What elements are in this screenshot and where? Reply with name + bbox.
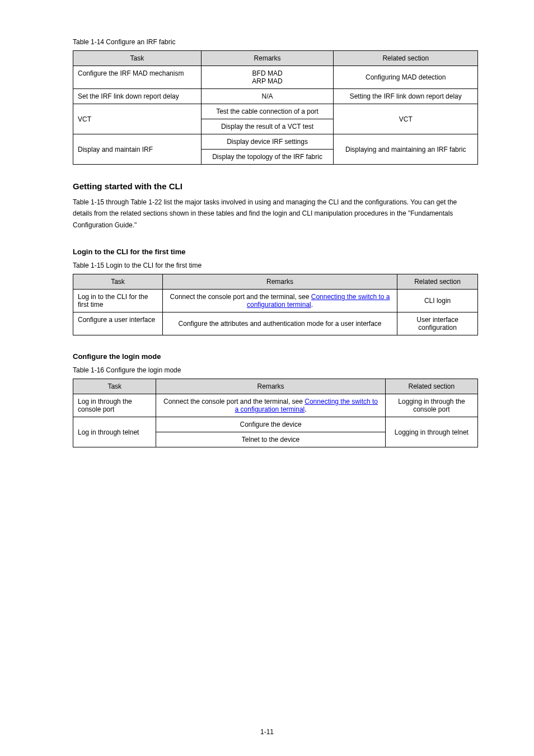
cell-task: Display and maintain IRF bbox=[73, 134, 202, 165]
table-header-row: Task Remarks Related section bbox=[73, 274, 478, 290]
table-title-c: Table 1-16 Configure the login mode bbox=[73, 366, 478, 374]
cell-task: VCT bbox=[73, 104, 202, 134]
section-heading-login-first: Login to the CLI for the first time bbox=[73, 248, 478, 256]
col-task: Task bbox=[73, 274, 163, 290]
col-task: Task bbox=[73, 51, 202, 66]
remark-pre: Connect the console port and the termina… bbox=[163, 398, 305, 405]
cell-section: Logging in through the console port bbox=[385, 394, 477, 417]
table-title-b: Table 1-15 Login to the CLI for the firs… bbox=[73, 262, 478, 269]
table-row: Log in to the CLI for the first time Con… bbox=[73, 290, 478, 312]
table-row: Log in through the console port Connect … bbox=[73, 394, 478, 417]
cell-task: Configure a user interface bbox=[73, 312, 163, 335]
col-task: Task bbox=[73, 379, 156, 394]
cell-section: CLI login bbox=[397, 290, 478, 312]
cell-remarks: Display device IRF settings bbox=[201, 134, 334, 150]
table-row: Configure the IRF MAD mechanism BFD MAD … bbox=[73, 66, 478, 89]
table-header-row: Task Remarks Related section bbox=[73, 379, 478, 394]
cell-remarks: Configure the attributes and authenticat… bbox=[162, 312, 397, 335]
section-heading-login-mode: Configure the login mode bbox=[73, 352, 478, 361]
cell-section: User interface configuration bbox=[397, 312, 478, 335]
cell-section: VCT bbox=[334, 104, 478, 134]
section-heading-cli: Getting started with the CLI bbox=[73, 181, 478, 191]
table-row: Set the IRF link down report delay N/A S… bbox=[73, 89, 478, 104]
table-login-mode: Task Remarks Related section Log in thro… bbox=[73, 379, 478, 447]
cell-remarks: Telnet to the device bbox=[156, 432, 385, 447]
cell-remarks: Display the topology of the IRF fabric bbox=[201, 150, 334, 165]
table-row: Display and maintain IRF Display device … bbox=[73, 134, 478, 150]
cell-section: Displaying and maintaining an IRF fabric bbox=[334, 134, 478, 165]
cell-section: Setting the IRF link down report delay bbox=[334, 89, 478, 104]
remark-line: ARP MAD bbox=[252, 77, 282, 85]
remark-post: . bbox=[305, 405, 306, 413]
cell-remarks: Test the cable connection of a port bbox=[201, 104, 334, 119]
cell-task: Configure the IRF MAD mechanism bbox=[73, 66, 202, 89]
cell-remarks: Connect the console port and the termina… bbox=[162, 290, 397, 312]
remark-pre: Connect the console port and the termina… bbox=[170, 293, 311, 301]
col-section: Related section bbox=[334, 51, 478, 66]
cell-task: Log in through the console port bbox=[73, 394, 156, 417]
col-remarks: Remarks bbox=[156, 379, 385, 394]
intro-paragraph: Table 1-15 through Table 1-22 list the m… bbox=[73, 197, 478, 231]
table-login-first: Task Remarks Related section Log in to t… bbox=[73, 274, 478, 335]
table-row: Log in through telnet Configure the devi… bbox=[73, 417, 478, 432]
table-irf: Task Remarks Related section Configure t… bbox=[73, 50, 478, 165]
table-row: VCT Test the cable connection of a port … bbox=[73, 104, 478, 119]
page-number: 1-11 bbox=[0, 728, 534, 736]
remark-post: . bbox=[311, 301, 313, 309]
remark-line: BFD MAD bbox=[252, 69, 283, 77]
col-section: Related section bbox=[385, 379, 477, 394]
cell-section: Configuring MAD detection bbox=[334, 66, 478, 89]
cell-section: Logging in through telnet bbox=[385, 417, 477, 447]
table-row: Configure a user interface Configure the… bbox=[73, 312, 478, 335]
cell-remarks: N/A bbox=[201, 89, 334, 104]
table-title-a: Table 1-14 Configure an IRF fabric bbox=[73, 38, 478, 46]
cell-task: Log in through telnet bbox=[73, 417, 156, 447]
table-header-row: Task Remarks Related section bbox=[73, 51, 478, 66]
cell-task: Log in to the CLI for the first time bbox=[73, 290, 163, 312]
cell-remarks: Configure the device bbox=[156, 417, 385, 432]
cell-remarks: Display the result of a VCT test bbox=[201, 119, 334, 134]
col-remarks: Remarks bbox=[201, 51, 334, 66]
col-remarks: Remarks bbox=[162, 274, 397, 290]
col-section: Related section bbox=[397, 274, 478, 290]
cell-task: Set the IRF link down report delay bbox=[73, 89, 202, 104]
cell-remarks: BFD MAD ARP MAD bbox=[201, 66, 334, 89]
cell-remarks: Connect the console port and the termina… bbox=[156, 394, 385, 417]
